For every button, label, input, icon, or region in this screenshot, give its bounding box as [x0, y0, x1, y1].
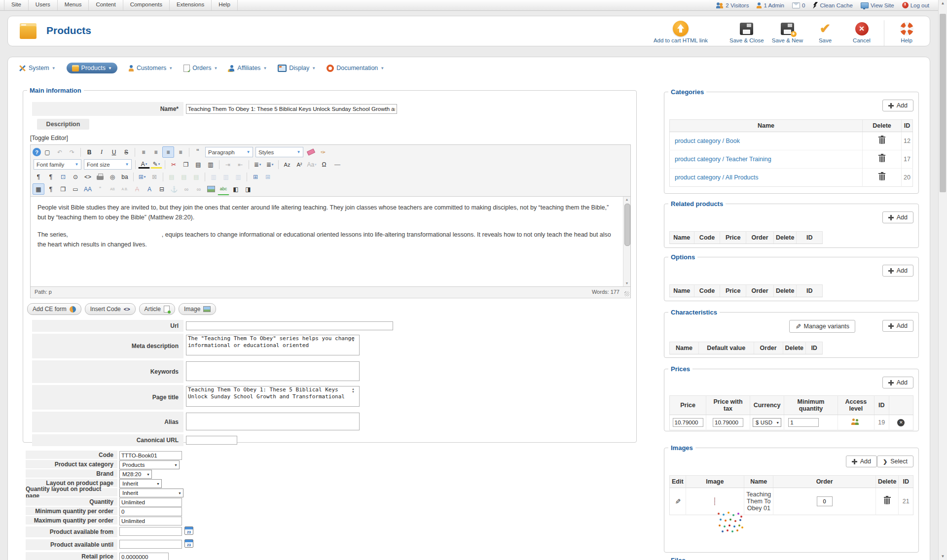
- messages-status[interactable]: 0: [792, 2, 805, 8]
- canonical-url-input[interactable]: [186, 436, 237, 445]
- visitors-status[interactable]: 2 Visitors: [716, 2, 749, 8]
- insert-table-icon[interactable]: ⊞: [250, 171, 261, 182]
- paragraph-select[interactable]: Paragraph▼: [205, 147, 253, 157]
- top-menu-content[interactable]: Content: [89, 0, 123, 10]
- page-preview-icon[interactable]: ❐: [57, 183, 69, 195]
- unordered-list-icon[interactable]: ≣▾: [264, 159, 276, 170]
- font-size-select[interactable]: Font size▼: [84, 159, 132, 170]
- align-right-icon[interactable]: ≡: [162, 146, 174, 158]
- scroll-down-arrow[interactable]: ▼: [939, 553, 947, 560]
- menu-system[interactable]: System▼: [19, 65, 56, 72]
- save-close-button[interactable]: Save & Close: [726, 19, 768, 45]
- pilcrow-ltr-icon[interactable]: ¶: [33, 171, 44, 182]
- edit-pencil-icon[interactable]: ✎: [674, 498, 682, 504]
- font-select-icon[interactable]: AA: [82, 183, 94, 195]
- blockquote-icon[interactable]: “: [192, 146, 204, 158]
- strikethrough-icon[interactable]: S: [120, 146, 132, 158]
- table-properties-icon[interactable]: ⊞: [262, 171, 274, 182]
- align-left-icon[interactable]: ≡: [138, 146, 149, 158]
- logout-button[interactable]: Log out: [902, 2, 929, 8]
- brand-select[interactable]: M28:20▼: [119, 470, 152, 479]
- editor-scrollbar-thumb[interactable]: [624, 204, 630, 246]
- maximum-quantity-input[interactable]: [119, 517, 182, 525]
- related-add-button[interactable]: Add: [882, 211, 913, 223]
- pilcrow-rtl-icon[interactable]: ¶: [45, 171, 57, 182]
- name-input[interactable]: [186, 104, 397, 114]
- paste-icon[interactable]: ▤: [192, 159, 204, 170]
- layer-forward-icon[interactable]: ◧: [230, 183, 242, 195]
- layer-backward-icon[interactable]: ◨: [242, 183, 254, 195]
- editor-content-area[interactable]: People visit Bible studies they are invi…: [31, 197, 630, 286]
- prices-add-button[interactable]: Add: [882, 377, 913, 388]
- url-input[interactable]: [186, 321, 393, 330]
- insert-code-button[interactable]: Insert Code<>: [85, 303, 136, 315]
- article-button[interactable]: Article: [139, 303, 175, 315]
- underline-icon[interactable]: U: [108, 146, 120, 158]
- page-title-textarea[interactable]: Teaching Them To Obey 1: These 5 Biblica…: [186, 386, 360, 407]
- page-scrollbar[interactable]: ▲ ▼: [938, 0, 947, 560]
- menu-display[interactable]: Display▼: [278, 65, 316, 72]
- available-from-input[interactable]: [119, 527, 182, 536]
- calendar-icon[interactable]: 23: [184, 539, 193, 548]
- trash-icon[interactable]: [884, 498, 890, 504]
- bold-icon[interactable]: B: [83, 146, 95, 158]
- top-menu-extensions[interactable]: Extensions: [170, 0, 212, 10]
- available-until-input[interactable]: [119, 540, 182, 549]
- view-site-link[interactable]: View Site: [861, 2, 894, 8]
- top-menu-help[interactable]: Help: [212, 0, 238, 10]
- category-link[interactable]: product category / All Products: [675, 174, 759, 181]
- retail-price-input[interactable]: [119, 553, 169, 560]
- alias-textarea[interactable]: [186, 413, 360, 430]
- price-input[interactable]: [673, 418, 703, 427]
- paste-as-text-icon[interactable]: ▥: [205, 159, 217, 170]
- images-select-button[interactable]: ❯Select: [877, 455, 913, 467]
- manage-variants-button[interactable]: ✎Manage variants: [789, 320, 855, 333]
- fullscreen-icon[interactable]: ⊡: [57, 171, 69, 182]
- top-menu-menus[interactable]: Menus: [58, 0, 89, 10]
- trash-icon[interactable]: [879, 175, 885, 180]
- font-color-icon[interactable]: A▾: [138, 160, 150, 169]
- code-input[interactable]: [119, 451, 182, 460]
- superscript-icon[interactable]: A²: [293, 159, 305, 170]
- horizontal-rule-icon[interactable]: —: [330, 159, 344, 170]
- calendar-icon[interactable]: 23: [184, 526, 193, 535]
- menu-affiliates[interactable]: Affiliates▼: [228, 65, 267, 71]
- special-char-icon[interactable]: Ω: [318, 159, 330, 170]
- cut-icon[interactable]: ✂: [168, 159, 180, 170]
- toggle-editor-link[interactable]: [Toggle Editor]: [30, 135, 68, 141]
- currency-select[interactable]: $ USD▼: [753, 418, 781, 427]
- visual-aid-icon[interactable]: ▦: [33, 183, 44, 195]
- category-link[interactable]: product category / Teacher Training: [675, 156, 771, 163]
- menu-customers[interactable]: Customers▼: [128, 65, 173, 71]
- ordered-list-icon[interactable]: ≣▾: [252, 159, 263, 170]
- spellcheck-icon[interactable]: abc: [218, 183, 229, 195]
- align-center-icon[interactable]: ≡: [150, 146, 162, 158]
- keywords-textarea[interactable]: [186, 361, 360, 381]
- quantity-layout-select[interactable]: Inherit▼: [119, 489, 183, 497]
- add-to-cart-html-link-button[interactable]: Add to cart HTML link: [650, 19, 712, 45]
- attributes-icon[interactable]: ⊟: [156, 183, 168, 195]
- textarea-scroll-arrows[interactable]: ▲▼: [352, 387, 355, 393]
- save-new-button[interactable]: + Save & New: [768, 19, 807, 45]
- new-document-icon[interactable]: ▢: [41, 146, 53, 158]
- save-button[interactable]: ✔ Save: [807, 19, 843, 45]
- print-icon[interactable]: [94, 171, 106, 182]
- cancel-button[interactable]: ✕ Cancel: [843, 19, 880, 45]
- textarea-scroll-arrows[interactable]: ▲▼: [352, 336, 355, 342]
- menu-documentation[interactable]: Documentation▼: [327, 65, 384, 72]
- add-ce-form-button[interactable]: Add CE form: [27, 303, 81, 315]
- layout-select[interactable]: Inherit▼: [119, 479, 162, 488]
- button-element-icon[interactable]: ▭: [70, 183, 81, 195]
- access-level-people-icon[interactable]: [851, 419, 860, 425]
- scroll-up-arrow[interactable]: ▲: [939, 0, 947, 7]
- paragraph-mark-icon[interactable]: ¶: [45, 183, 57, 195]
- clean-cache-button[interactable]: Clean Cache: [813, 2, 852, 9]
- image-button[interactable]: Image: [179, 303, 216, 315]
- characteristics-add-button[interactable]: Add: [882, 320, 913, 332]
- admin-status[interactable]: 1 Admin: [757, 2, 784, 8]
- price-with-tax-input[interactable]: [713, 418, 743, 427]
- highlight-icon[interactable]: ✎▾: [150, 160, 162, 169]
- top-menu-components[interactable]: Components: [123, 0, 170, 10]
- table-edit-icon[interactable]: ⊞▾: [136, 171, 148, 182]
- sort-az-icon[interactable]: Az: [281, 159, 293, 170]
